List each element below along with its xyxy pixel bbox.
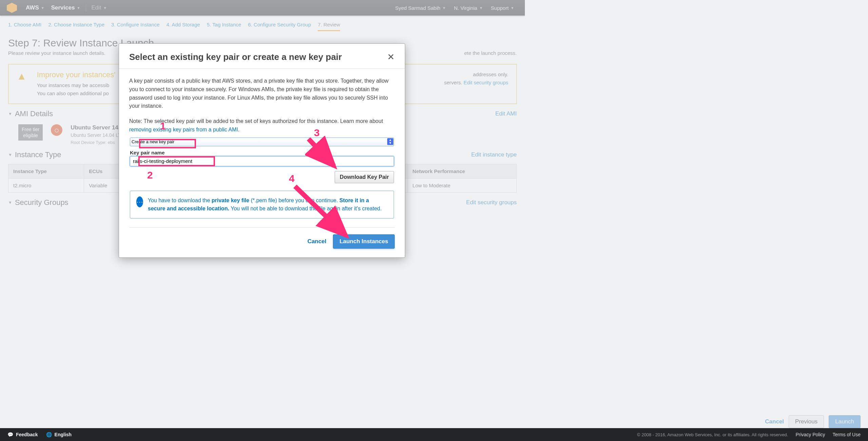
keypair-name-input[interactable] <box>130 156 394 166</box>
keypair-modal: Select an existing key pair or create a … <box>119 43 405 220</box>
learn-more-link[interactable]: removing existing key pairs from a publi… <box>129 127 238 132</box>
download-keypair-button[interactable]: Download Key Pair <box>335 171 394 183</box>
download-info-box: ⋯ You have to download the private key f… <box>130 191 394 218</box>
modal-description: A key pair consists of a public key that… <box>129 77 395 110</box>
info-icon: ⋯ <box>136 196 143 207</box>
keypair-mode-select[interactable]: Create a new key pair <box>130 138 394 146</box>
modal-note: Note: The selected key pair will be adde… <box>129 117 395 134</box>
keypair-name-label: Key pair name <box>130 150 394 155</box>
select-arrows-icon: ▲▼ <box>387 138 393 145</box>
close-icon[interactable]: ✕ <box>387 52 395 62</box>
info-text: You have to download the private key fil… <box>148 196 388 213</box>
modal-title: Select an existing key pair or create a … <box>129 52 342 62</box>
